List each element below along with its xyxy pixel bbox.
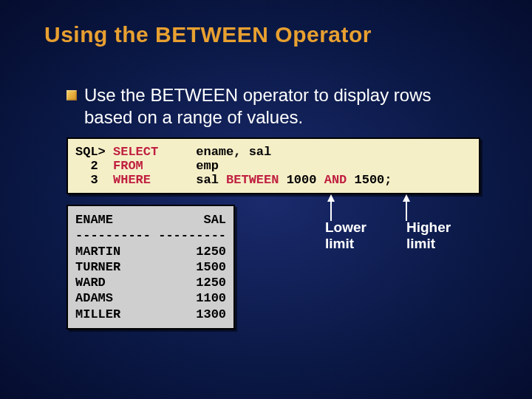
- sql-line1-prompt: SQL>: [75, 145, 113, 159]
- results-area: ENAME SAL ---------- --------- MARTIN 12…: [66, 205, 532, 330]
- annotation-higher-line2: limit: [406, 236, 435, 251]
- sql-keyword-and: AND: [324, 173, 347, 187]
- sql-line3-rest-b: 1000: [279, 173, 324, 187]
- slide-title: Using the BETWEEN Operator: [0, 0, 532, 47]
- bullet-icon: [66, 90, 77, 100]
- results-box: ENAME SAL ---------- --------- MARTIN 12…: [66, 205, 235, 330]
- table-row: MILLER 1300: [75, 307, 226, 321]
- sql-code-container: SQL> SELECT ename, sal 2 FROM emp 3 WHER…: [66, 137, 480, 194]
- annotation-lower-line2: limit: [325, 236, 354, 251]
- results-divider: ---------- ---------: [75, 228, 226, 242]
- table-row: MARTIN 1250: [75, 245, 226, 259]
- sql-code-box: SQL> SELECT ename, sal 2 FROM emp 3 WHER…: [66, 137, 480, 194]
- sql-keyword-where: WHERE: [113, 173, 151, 187]
- sql-line2-prompt: 2: [75, 159, 113, 173]
- bullet-text: Use the BETWEEN operator to display rows…: [84, 84, 468, 129]
- annotation-higher-limit: Higher limit: [406, 219, 451, 252]
- sql-keyword-between: BETWEEN: [226, 173, 279, 187]
- table-row: ADAMS 1100: [75, 291, 226, 305]
- sql-line3-rest-c: 1500;: [347, 173, 392, 187]
- bullet-item: Use the BETWEEN operator to display rows…: [66, 84, 532, 129]
- table-row: TURNER 1500: [75, 260, 226, 274]
- table-row: WARD 1250: [75, 276, 226, 290]
- bullet-list: Use the BETWEEN operator to display rows…: [0, 47, 532, 129]
- sql-line3-prompt: 3: [75, 173, 113, 187]
- sql-line1-rest: ename, sal: [158, 145, 271, 159]
- sql-keyword-select: SELECT: [113, 145, 158, 159]
- svg-marker-3: [403, 194, 410, 202]
- sql-line2-rest: emp: [143, 159, 219, 173]
- annotation-lower-line1: Lower: [325, 219, 366, 235]
- sql-line3-rest-a: sal: [151, 173, 226, 187]
- annotation-lower-limit: Lower limit: [325, 219, 366, 252]
- annotation-higher-line1: Higher: [406, 219, 451, 235]
- results-header: ENAME SAL: [75, 213, 226, 227]
- svg-marker-1: [327, 194, 335, 202]
- sql-keyword-from: FROM: [113, 159, 143, 173]
- annotation-arrows: [288, 194, 480, 246]
